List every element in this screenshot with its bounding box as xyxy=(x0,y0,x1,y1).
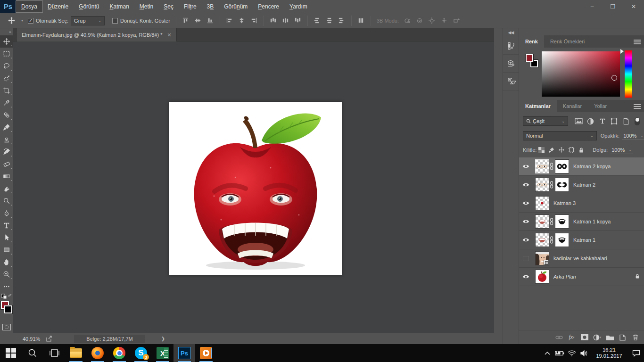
new-group-icon[interactable] xyxy=(603,332,616,343)
distribute-bottom-edges-icon[interactable] xyxy=(292,15,304,26)
preset-arrow-icon[interactable]: ▾ xyxy=(21,18,23,23)
status-expander-icon[interactable]: ❯ xyxy=(161,336,165,341)
tab-katmanlar[interactable]: Katmanlar xyxy=(519,100,557,112)
tab-renk[interactable]: Renk xyxy=(519,35,544,48)
mask-link-icon[interactable] xyxy=(549,163,554,170)
quick-mask-button[interactable] xyxy=(2,324,11,330)
menu-filtre[interactable]: Filtre xyxy=(179,1,202,12)
color-cursor[interactable] xyxy=(611,75,617,81)
align-right-edges-icon[interactable] xyxy=(248,15,260,26)
color-foreground-swatch[interactable] xyxy=(526,54,533,62)
layer-thumbnail[interactable] xyxy=(536,233,549,247)
lock-all-icon[interactable] xyxy=(576,146,586,154)
layer-thumbnail[interactable] xyxy=(536,252,549,265)
lock-image-pixels-icon[interactable] xyxy=(546,146,556,154)
move-tool[interactable] xyxy=(0,35,13,48)
zoom-tool[interactable] xyxy=(0,268,13,280)
add-layer-mask-icon[interactable] xyxy=(578,332,591,343)
document-tab[interactable]: Elmanın-Faydaları.jpg @ 40,9% (Katman 2 … xyxy=(17,28,177,41)
layer-row-arka-plan[interactable]: Arka Plan xyxy=(519,268,644,286)
menu-3b[interactable]: 3B xyxy=(202,1,219,12)
menu-metin[interactable]: Metin xyxy=(134,1,158,12)
tab-kanallar[interactable]: Kanallar xyxy=(557,100,588,112)
wifi-icon[interactable] xyxy=(566,344,578,362)
minimize-button[interactable]: – xyxy=(582,0,603,13)
type-tool[interactable] xyxy=(0,219,13,231)
rectangle-tool[interactable] xyxy=(0,244,13,256)
layer-thumbnail[interactable] xyxy=(536,197,549,210)
distribute-top-edges-icon[interactable] xyxy=(268,15,279,26)
edit-toolbar-icon[interactable] xyxy=(0,280,13,293)
layer-name[interactable]: Katman 2 kopya xyxy=(573,164,611,169)
battery-icon[interactable] xyxy=(553,344,566,362)
tray-chevron-icon[interactable] xyxy=(541,344,553,362)
layer-name[interactable]: Katman 2 xyxy=(573,182,595,188)
3d-panel-icon[interactable] xyxy=(503,55,519,73)
canvas-image[interactable] xyxy=(169,102,342,275)
layer-name[interactable]: Arka Plan xyxy=(553,274,576,280)
layer-row-katman-2[interactable]: Katman 2 xyxy=(519,176,644,194)
taskbar-chrome[interactable] xyxy=(108,344,130,362)
link-layers-icon[interactable] xyxy=(553,332,565,343)
distribute-spacing-icon[interactable] xyxy=(355,15,367,26)
taskbar-file-explorer[interactable] xyxy=(65,344,87,362)
filter-shape-layers-icon[interactable] xyxy=(608,116,620,126)
layer-name[interactable]: kadinlar-ve-kahkahalari xyxy=(553,255,607,261)
distribute-horizontal-centers-icon[interactable] xyxy=(324,15,335,26)
tab-close-icon[interactable]: ✕ xyxy=(167,32,172,38)
eyedropper-tool[interactable] xyxy=(0,97,13,109)
layer-row-katman-1-kopya[interactable]: Katman 1 kopya xyxy=(519,213,644,231)
default-swap-colors[interactable] xyxy=(0,293,13,300)
lock-position-icon[interactable] xyxy=(556,146,566,154)
align-left-edges-icon[interactable] xyxy=(224,15,235,26)
history-panel-icon[interactable] xyxy=(503,37,519,55)
new-layer-icon[interactable] xyxy=(616,332,629,343)
spot-healing-brush-tool[interactable] xyxy=(0,109,13,121)
distribute-right-edges-icon[interactable] xyxy=(336,15,347,26)
visibility-eye-icon[interactable] xyxy=(519,231,533,249)
menu-katman[interactable]: Katman xyxy=(104,1,134,12)
properties-panel-icon[interactable] xyxy=(503,73,519,90)
menu-goruntu[interactable]: Görüntü xyxy=(74,1,104,12)
visibility-eye-icon[interactable] xyxy=(519,176,533,194)
panel-menu-icon[interactable] xyxy=(634,103,641,110)
align-top-edges-icon[interactable] xyxy=(180,15,191,26)
visibility-eye-empty[interactable] xyxy=(519,249,533,268)
layer-name[interactable]: Katman 1 xyxy=(573,237,595,243)
clone-stamp-tool[interactable] xyxy=(0,133,13,146)
auto-select-mode-dropdown[interactable]: Grup⌄ xyxy=(71,16,105,25)
history-brush-tool[interactable] xyxy=(0,146,13,158)
layer-mask-thumbnail[interactable] xyxy=(555,178,569,191)
quick-selection-tool[interactable] xyxy=(0,72,13,84)
hue-strip[interactable] xyxy=(625,50,632,98)
filter-smart-objects-icon[interactable] xyxy=(620,116,632,126)
layer-thumbnail[interactable] xyxy=(536,215,549,228)
layer-row-katman-2-kopya[interactable]: Katman 2 kopya xyxy=(519,157,644,176)
lasso-tool[interactable] xyxy=(0,60,13,72)
share-icon[interactable] xyxy=(46,336,52,342)
adjustment-layer-icon[interactable]: ▾ xyxy=(591,332,603,343)
background-color-swatch[interactable] xyxy=(4,305,12,313)
move-tool-preset-icon[interactable] xyxy=(6,15,17,26)
document-size-info[interactable]: Belge: 2,28M/17,7M xyxy=(74,335,145,343)
menu-dosya[interactable]: Dosya xyxy=(16,1,42,12)
layer-mask-thumbnail[interactable] xyxy=(555,160,569,173)
visibility-eye-icon[interactable] xyxy=(519,213,533,231)
filter-adjustment-layers-icon[interactable] xyxy=(585,116,596,126)
layer-name[interactable]: Katman 3 xyxy=(553,200,576,206)
task-view-icon[interactable] xyxy=(43,344,65,362)
panel-menu-icon[interactable] xyxy=(634,39,641,45)
tab-yollar[interactable]: Yollar xyxy=(588,100,613,112)
layer-row-katman-1[interactable]: Katman 1 xyxy=(519,231,644,249)
lock-artboard-icon[interactable] xyxy=(566,146,576,154)
fill-field[interactable]: 100%⌄ xyxy=(611,146,633,154)
tab-renk-ornekleri[interactable]: Renk Örnekleri xyxy=(544,35,591,48)
mask-link-icon[interactable] xyxy=(549,181,554,189)
zoom-level-field[interactable]: 40,91% xyxy=(23,336,40,342)
taskbar-skype[interactable]: S3 xyxy=(130,344,152,362)
align-vertical-centers-icon[interactable] xyxy=(192,15,204,26)
blend-mode-dropdown[interactable]: Normal⌄ xyxy=(523,131,597,140)
distribute-vertical-centers-icon[interactable] xyxy=(280,15,291,26)
align-horizontal-centers-icon[interactable] xyxy=(236,15,248,26)
filter-type-layers-icon[interactable] xyxy=(596,116,608,126)
